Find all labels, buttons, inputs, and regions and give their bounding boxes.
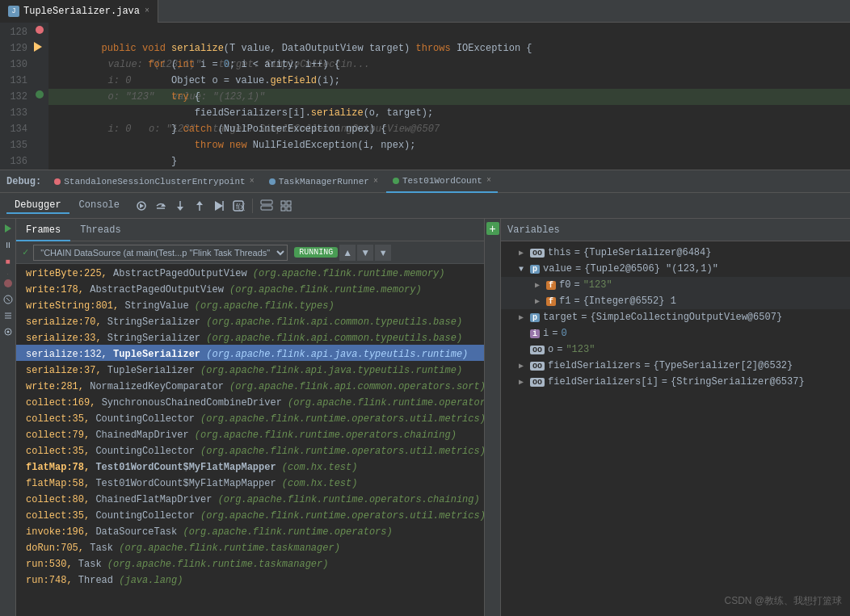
frame-item-11[interactable]: collect:35, CountingCollector (org.apach… <box>16 442 484 458</box>
variables-panel: Variables ▶ oo this = {TupleSerializer@6… <box>501 219 850 616</box>
expand-icon-fieldserializers-i[interactable]: ▶ <box>519 377 530 387</box>
frame-item-12[interactable]: flatMap:78, Test01WordCount$MyFlatMapMap… <box>16 458 484 474</box>
frame-item-4[interactable]: serialize:33, StringSerializer (org.apac… <box>16 329 484 345</box>
expand-icon-target[interactable]: ▶ <box>519 312 530 322</box>
expand-icon-this[interactable]: ▶ <box>519 248 530 258</box>
gutter <box>32 23 48 170</box>
session-close-taskmanager[interactable]: × <box>373 177 378 186</box>
frame-item-8[interactable]: collect:169, SynchronousChainedCombineDr… <box>16 393 484 409</box>
threads-tab[interactable]: Threads <box>70 219 130 241</box>
session-close-standalone[interactable]: × <box>250 177 255 186</box>
add-watch-btn[interactable]: + <box>486 222 499 235</box>
svg-marker-1 <box>140 203 144 208</box>
frame-item-14[interactable]: collect:80, ChainedFlatMapDriver (org.ap… <box>16 490 484 506</box>
step-out-btn[interactable] <box>191 197 208 215</box>
session-label-taskmanager: TaskManagerRunner <box>279 177 369 186</box>
evaluate-btn[interactable]: f(x) <box>229 197 247 215</box>
frames-tab[interactable]: Frames <box>16 219 70 241</box>
variables-list: ▶ oo this = {TupleSerializer@6484} ▼ p v… <box>501 241 850 616</box>
expand-icon-fieldserializers[interactable]: ▶ <box>519 361 530 371</box>
editor-tab-label: TupleSerializer.java <box>23 6 140 17</box>
current-line-marker <box>36 90 44 98</box>
frame-item-13[interactable]: flatMap:58, Test01WordCount$MyFlatMapMap… <box>16 474 484 490</box>
view-breakpoints-btn[interactable] <box>2 294 15 307</box>
var-fieldserializers[interactable]: ▶ oo fieldSerializers = {TypeSerializer[… <box>501 358 850 374</box>
frame-item-5[interactable]: serialize:132, TupleSerializer (org.apac… <box>16 345 484 361</box>
frame-item-16[interactable]: invoke:196, DataSourceTask (org.apache.f… <box>16 522 484 538</box>
pause-btn[interactable]: ⏸ <box>2 238 15 251</box>
thread-nav-up[interactable]: ▲ <box>339 245 356 261</box>
debug-panel: Debugger Debug: StandaloneSessionCluster… <box>0 170 850 616</box>
thread-check-icon: ✓ <box>23 246 28 258</box>
svg-text:f(x): f(x) <box>236 203 245 211</box>
console-tab[interactable]: Console <box>71 198 128 214</box>
svg-marker-7 <box>196 201 203 205</box>
frame-item-15[interactable]: collect:35, CountingCollector (org.apach… <box>16 506 484 522</box>
thread-nav-down[interactable]: ▼ <box>357 245 373 261</box>
settings-btn[interactable] <box>277 197 295 215</box>
debugger-tab[interactable]: Debugger <box>6 198 69 214</box>
session-tab-standalone[interactable]: StandaloneSessionClusterEntrypoint × <box>48 170 260 193</box>
session-dot-taskmanager <box>269 178 276 185</box>
run-to-cursor-btn[interactable] <box>210 197 228 215</box>
session-tab-test01[interactable]: Test01WordCount × <box>386 170 498 193</box>
expand-icon-f1[interactable]: ▶ <box>535 296 546 306</box>
settings2-btn[interactable] <box>2 326 15 339</box>
line-numbers: 128 129 130 131 132 133 134 135 136 ... <box>0 23 32 170</box>
resume-btn[interactable] <box>2 222 15 235</box>
frame-item-1[interactable]: write:178, AbstractPagedOutputView (org.… <box>16 280 484 296</box>
var-type-o: oo <box>530 346 545 354</box>
var-f1[interactable]: ▶ f f1 = {Integer@6552} 1 <box>501 293 850 309</box>
var-fieldserializers-i[interactable]: ▶ oo fieldSerializers[i] = {StringSerial… <box>501 374 850 390</box>
var-i[interactable]: i i = 0 <box>501 325 850 342</box>
step-over-btn[interactable] <box>152 197 170 215</box>
session-close-test01[interactable]: × <box>486 176 491 185</box>
frame-item-10[interactable]: collect:79, ChainedMapDriver (org.apache… <box>16 425 484 442</box>
var-f0[interactable]: ▶ f f0 = "123" <box>501 277 850 293</box>
code-container: 128 129 130 131 132 133 134 135 136 ... … <box>0 23 850 170</box>
frame-item-2[interactable]: writeString:801, StringValue (org.apache… <box>16 296 484 312</box>
restore-layout-btn[interactable] <box>258 197 276 215</box>
var-type-fieldserializers-i: oo <box>530 378 545 387</box>
thread-dropdown[interactable]: "CHAIN DataSource (at main(Test...p "Fli… <box>33 245 288 261</box>
svg-marker-18 <box>5 224 11 233</box>
filter-frames-btn[interactable]: ▼ <box>375 245 391 261</box>
var-this[interactable]: ▶ oo this = {TupleSerializer@6484} <box>501 245 850 261</box>
step-into-btn[interactable] <box>171 197 189 215</box>
frame-item-9[interactable]: collect:35, CountingCollector (org.apach… <box>16 409 484 425</box>
breakpoint-marker-128[interactable] <box>36 26 44 34</box>
frame-item-0[interactable]: writeByte:225, AbstractPagedOutputView (… <box>16 264 484 280</box>
editor-tab-close[interactable]: × <box>145 6 149 15</box>
var-type-target: p <box>530 313 540 322</box>
var-o[interactable]: oo o = "123" <box>501 342 850 358</box>
thread-selector-row: ✓ "CHAIN DataSource (at main(Test...p "F… <box>16 241 484 264</box>
frame-item-17[interactable]: doRun:705, Task (org.apache.flink.runtim… <box>16 538 484 555</box>
variables-section: + Variables ▶ oo this = {TupleSerializer… <box>485 219 850 616</box>
panel-header-tabs: Frames Threads <box>16 219 484 241</box>
frame-item-3[interactable]: serialize:70, StringSerializer (org.apac… <box>16 312 484 329</box>
debug-section-label: Debug: <box>6 176 41 187</box>
show-execution-point-btn[interactable] <box>133 197 150 215</box>
frame-item-7[interactable]: write:281, NormalizedKeyComparator (org.… <box>16 377 484 393</box>
get-thread-dump-btn[interactable] <box>2 310 15 323</box>
frame-item-6[interactable]: serialize:37, TupleSerializer (org.apach… <box>16 361 484 377</box>
svg-rect-16 <box>281 207 285 211</box>
stop-btn[interactable]: ■ <box>2 254 15 267</box>
var-type-f1: f <box>546 297 556 306</box>
svg-line-21 <box>6 298 10 301</box>
debug-toolbar: Debugger Console f(x) <box>0 193 850 219</box>
editor-tab-tupleserializer[interactable]: J TupleSerializer.java × <box>0 0 158 23</box>
expand-icon-value[interactable]: ▼ <box>519 265 530 274</box>
frame-item-19[interactable]: run:748, Thread (java.lang) <box>16 571 484 587</box>
editor-tab-bar: J TupleSerializer.java × <box>0 0 850 23</box>
svg-point-26 <box>6 330 9 333</box>
var-value[interactable]: ▼ p value = {Tuple2@6506} "(123,1)" <box>501 261 850 277</box>
session-tab-taskmanager[interactable]: TaskManagerRunner × <box>263 170 385 193</box>
svg-marker-5 <box>177 207 183 211</box>
frame-item-18[interactable]: run:530, Task (org.apache.flink.runtime.… <box>16 555 484 571</box>
left-toolbar: ⏸ ■ <box>0 219 16 616</box>
expand-icon-f0[interactable]: ▶ <box>535 280 546 290</box>
svg-marker-8 <box>215 201 223 211</box>
var-target[interactable]: ▶ p target = {SimpleCollectingOutputView… <box>501 309 850 325</box>
mute-breakpoints-btn[interactable] <box>2 278 15 291</box>
